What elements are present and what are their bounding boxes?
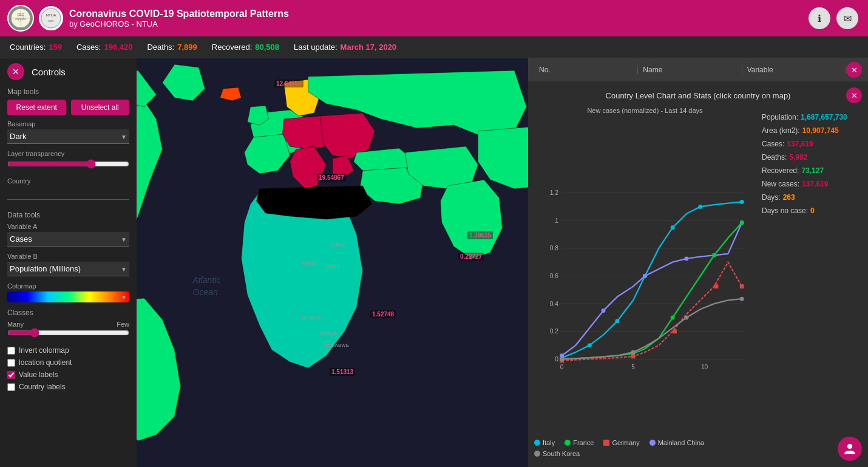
svg-rect-56: [631, 354, 636, 358]
logo-geochoris: GEO CHOROS: [7, 5, 34, 32]
lastupdate-stat: Last update: March 17, 2020: [294, 43, 396, 52]
colormap-arrow: ▼: [121, 294, 127, 301]
deaths-label: Deaths:: [147, 43, 174, 52]
chart-content: New cases (normalized) - Last 14 days: [534, 107, 862, 461]
chart-subtitle: New cases (normalized) - Last 14 days: [534, 107, 756, 114]
transparency-slider[interactable]: [7, 159, 129, 169]
variable-b-label: Variable B: [7, 253, 129, 260]
svg-text:5: 5: [631, 364, 635, 370]
variable-b-select[interactable]: Population (Millions) Area (km2): [7, 262, 129, 276]
world-map[interactable]: Atlantic Ocean Pacific Ocean LIBYA NIGER…: [137, 58, 528, 467]
daysnocase-chart-stat: Days no case: 0: [762, 206, 862, 215]
recovered-stat: Recovered: 80,508: [212, 43, 279, 52]
header: GEO CHOROS NTUA ΕΜΠ Coronavirus COVID-19…: [0, 0, 868, 36]
topbar-close-button[interactable]: ✕: [846, 62, 862, 78]
svg-text:CHAD: CHAD: [327, 264, 341, 269]
basemap-select-wrap: Dark Light Satellite ▼: [7, 129, 129, 144]
topbar-no: No.: [534, 66, 638, 74]
country-label: Country: [7, 177, 129, 185]
svg-text:Atlantic: Atlantic: [192, 275, 221, 285]
svg-text:ZIMBABWE: ZIMBABWE: [324, 343, 350, 348]
classes-row: Many Few: [7, 321, 129, 328]
map-value-10: 1.51313: [330, 368, 355, 376]
main-area: ✕ Controls Map tools Reset extent Unsele…: [0, 58, 868, 467]
svg-point-42: [671, 225, 675, 230]
lastupdate-value: March 17, 2020: [341, 43, 397, 52]
chart-body: Country Level Chart and Stats (click cou…: [528, 81, 868, 467]
countries-value: 159: [49, 43, 62, 52]
svg-text:0.2: 0.2: [550, 328, 559, 335]
deaths-chart-stat: Deaths: 5,982: [762, 153, 862, 162]
chart-close-button[interactable]: ✕: [846, 87, 862, 103]
map-value-1: 19.54867: [317, 174, 346, 182]
svg-text:10: 10: [701, 364, 708, 370]
svg-point-64: [847, 444, 852, 449]
country-input[interactable]: [7, 186, 129, 200]
svg-text:CHOROS: CHOROS: [15, 18, 26, 21]
svg-point-62: [685, 316, 689, 320]
daysnocase-chart-label: Days no case:: [762, 206, 808, 215]
controls-title: Controls: [32, 67, 66, 77]
map-value-5: 0.22727: [458, 253, 484, 261]
svg-point-52: [671, 316, 675, 320]
classes-slider[interactable]: [7, 328, 129, 338]
variable-a-select-wrap: Cases Deaths Recovered ▼: [7, 232, 129, 247]
header-icons: ℹ ✉: [809, 7, 858, 29]
deaths-chart-label: Deaths:: [762, 153, 787, 162]
svg-text:ANGOLA: ANGOLA: [301, 315, 322, 321]
svg-point-60: [560, 357, 564, 361]
title-block: Coronavirus COVID-19 Spatiotemporal Patt…: [69, 9, 289, 29]
cases-chart-label: Cases:: [762, 140, 784, 148]
controls-close-button[interactable]: ✕: [7, 63, 24, 80]
newcases-chart-stat: New cases: 137,619: [762, 180, 862, 188]
days-chart-value: 263: [783, 193, 795, 202]
topbar-close: ✕: [846, 62, 862, 78]
svg-point-61: [631, 350, 636, 355]
svg-text:0.4: 0.4: [550, 301, 559, 307]
value-labels-checkbox[interactable]: [7, 371, 15, 379]
topbar-variable: Variable: [742, 66, 846, 74]
logo-ntua: NTUA ΕΜΠ: [39, 6, 63, 30]
unselect-all-button[interactable]: Unselect all: [71, 100, 130, 115]
svg-rect-57: [673, 329, 677, 333]
svg-text:ZAMBIA: ZAMBIA: [319, 330, 337, 336]
colormap-bar[interactable]: ▼: [7, 291, 129, 302]
main-title: Coronavirus COVID-19 Spatiotemporal Patt…: [69, 9, 289, 19]
variable-a-select[interactable]: Cases Deaths Recovered: [7, 232, 129, 247]
svg-text:LIBYA: LIBYA: [331, 242, 347, 248]
svg-point-40: [615, 319, 619, 323]
cases-label: Cases:: [76, 43, 101, 52]
days-chart-stat: Days: 263: [762, 193, 862, 202]
sub-title: by GeoCHOROS - NTUA: [69, 19, 289, 29]
area-label: Area (km2):: [762, 126, 800, 135]
chart-svg-wrap: 1.2 1 0.8 0.6 0.4 0.2 0 0 5 10: [534, 117, 756, 435]
controls-panel: ✕ Controls Map tools Reset extent Unsele…: [0, 58, 137, 467]
variable-a-label: Variable A: [7, 223, 129, 230]
invert-colormap-checkbox[interactable]: [7, 347, 15, 355]
svg-point-43: [698, 205, 702, 209]
population-stat: Population: 1,687,657,730: [762, 113, 862, 121]
chart-main-title: Country Level Chart and Stats (click cou…: [550, 91, 846, 100]
map-area[interactable]: Atlantic Ocean Pacific Ocean LIBYA NIGER…: [137, 58, 528, 467]
location-quotient-row: location quotient: [7, 358, 129, 367]
info-button[interactable]: ℹ: [809, 7, 830, 29]
basemap-label: Basemap: [7, 120, 129, 128]
area-stat: Area (km2): 10,907,745: [762, 126, 862, 135]
population-label: Population:: [762, 113, 798, 121]
tool-row: Reset extent Unselect all: [7, 100, 129, 115]
basemap-select[interactable]: Dark Light Satellite: [7, 129, 129, 144]
variable-b-select-wrap: Population (Millions) Area (km2) ▼: [7, 262, 129, 276]
map-value-9: 1.52748: [370, 310, 396, 318]
svg-point-63: [740, 297, 744, 301]
svg-point-48: [685, 257, 689, 261]
svg-text:0: 0: [560, 364, 564, 370]
location-quotient-checkbox[interactable]: [7, 359, 15, 367]
recovered-value: 80,508: [255, 43, 279, 52]
reset-extent-button[interactable]: Reset extent: [7, 100, 66, 115]
transparency-slider-wrap: [7, 159, 129, 171]
svg-rect-58: [714, 284, 719, 288]
avatar-button[interactable]: [838, 437, 862, 461]
country-labels-row: Country labels: [7, 383, 129, 391]
mail-button[interactable]: ✉: [836, 7, 858, 29]
country-labels-checkbox[interactable]: [7, 383, 15, 391]
